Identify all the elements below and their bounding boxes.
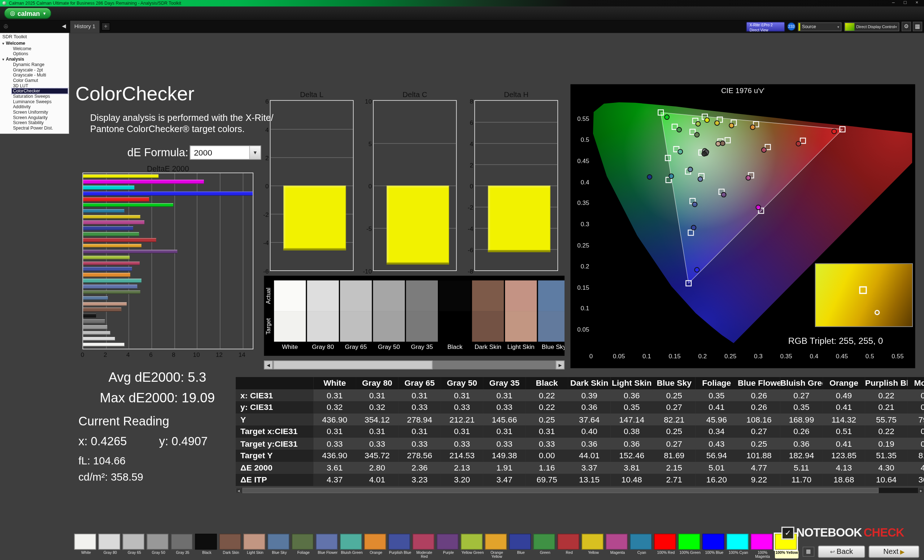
sidebar-item-screen-uniformity[interactable]: Screen Uniformity: [0, 110, 69, 115]
scroll-right-arrow[interactable]: ▶: [918, 488, 924, 493]
table-cell: 4.96: [908, 461, 924, 473]
add-tab-button[interactable]: +: [101, 22, 110, 31]
sidebar-item-options[interactable]: Options: [0, 51, 69, 57]
cie-measured-point: [677, 127, 681, 132]
patch-cyan[interactable]: Cyan: [630, 534, 654, 559]
calman-menu-button[interactable]: ◎ calman ▾: [4, 7, 51, 19]
patch-yellow[interactable]: Yellow: [582, 534, 606, 559]
table-cell: 3.61: [314, 461, 356, 473]
table-scrollbar[interactable]: ◀ ▶: [236, 488, 924, 493]
patch-orange-yellow[interactable]: Orange Yellow: [485, 534, 509, 559]
patch-100-red[interactable]: 100% Red: [654, 534, 678, 559]
x-axis-tick-label: 0.3: [751, 352, 765, 359]
meter-name: X-Rite i1Pro 2: [750, 23, 784, 28]
patch-foliage[interactable]: Foliage: [292, 534, 316, 559]
y-axis-tick-label: -10: [359, 267, 372, 274]
meter-count-badge[interactable]: 233: [787, 22, 795, 31]
patch-red[interactable]: Red: [557, 534, 582, 559]
close-button[interactable]: ×: [911, 0, 923, 6]
next-button[interactable]: Next ▶: [869, 545, 919, 558]
patch-purple[interactable]: Purple: [437, 534, 461, 559]
patch-blue-flower[interactable]: Blue Flower: [316, 534, 340, 559]
patch-white[interactable]: White: [74, 534, 99, 559]
patch-gray-50[interactable]: Gray 50: [147, 534, 171, 559]
table-cell: 81.69: [653, 449, 696, 461]
scroll-left-arrow[interactable]: ◀: [264, 361, 273, 369]
scrollbar-thumb[interactable]: [274, 361, 433, 369]
patch-purplish-blue[interactable]: Purplish Blue: [388, 534, 412, 559]
patch-orange[interactable]: Orange: [364, 534, 388, 559]
deltae-bar-gray-35: [83, 319, 105, 323]
layout-grid-button[interactable]: ▦: [913, 22, 922, 31]
sidebar-group-analysis[interactable]: ▾Analysis: [0, 57, 69, 62]
pin-icon[interactable]: ◎: [4, 23, 8, 29]
patch-gray-80[interactable]: Gray 80: [99, 534, 123, 559]
patch-label: Cyan: [630, 550, 653, 559]
patch-magenta[interactable]: Magenta: [606, 534, 630, 559]
patch-yellow-green[interactable]: Yellow Green: [461, 534, 485, 559]
patch-light-skin[interactable]: Light Skin: [243, 534, 267, 559]
tab-bar: [0, 21, 924, 33]
sidebar-item-spectral-power-dist[interactable]: Spectral Power Dist.: [0, 126, 69, 131]
sidebar-item-3d-lut[interactable]: 3D LUT: [0, 83, 69, 88]
sidebar-item-colorchecker[interactable]: ColorChecker: [12, 88, 68, 94]
delta-c-title: Delta C: [373, 91, 457, 99]
patch-100-magenta[interactable]: 100% Magenta: [751, 534, 775, 559]
sidebar-item-dynamic-range[interactable]: Dynamic Range: [0, 62, 69, 67]
scrollbar-thumb[interactable]: [242, 488, 879, 493]
sidebar-item-color-gamut[interactable]: Color Gamut: [0, 78, 69, 83]
sidebar-collapse-icon[interactable]: ◀: [62, 23, 66, 29]
table-cell: 4.37: [314, 474, 356, 486]
gridline: [152, 173, 152, 349]
de-formula-dropdown[interactable]: 2000 ▾: [190, 145, 261, 159]
sidebar-item-screen-stability[interactable]: Screen Stability: [0, 120, 69, 126]
patch-label: Blue: [509, 550, 533, 559]
sidebar-group-welcome[interactable]: ▾Welcome: [0, 41, 69, 46]
keyboard-shortcut-button[interactable]: ▦: [803, 547, 814, 557]
y-axis-tick-label: 0.05: [573, 326, 590, 333]
target-swatch: [274, 311, 306, 342]
patch-color: [195, 534, 217, 550]
scroll-right-arrow[interactable]: ▶: [556, 361, 564, 369]
patch-bluish-green[interactable]: Bluish Green: [340, 534, 364, 559]
maximize-button[interactable]: □: [899, 0, 911, 6]
patch-100-cyan[interactable]: 100% Cyan: [727, 534, 751, 559]
patch-moderate-red[interactable]: Moderate Red: [412, 534, 437, 559]
x-axis-tick-label: 0.45: [835, 352, 849, 359]
patch-green[interactable]: Green: [534, 534, 558, 559]
patch-dark-skin[interactable]: Dark Skin: [219, 534, 243, 559]
sidebar-item-luminance-sweeps[interactable]: Luminance Sweeps: [0, 99, 69, 104]
sidebar-item-screen-angularity[interactable]: Screen Angularity: [0, 115, 69, 120]
table-cell: 3.81: [610, 461, 653, 473]
tab-history-1[interactable]: History 1: [70, 21, 100, 33]
table-cell: 0.46: [908, 425, 924, 437]
meter-button[interactable]: X-Rite i1Pro 2 Direct View: [746, 22, 785, 32]
sidebar-item-saturation-sweeps[interactable]: Saturation Sweeps: [0, 94, 69, 99]
sidebar-item-grayscale-multi[interactable]: Grayscale - Multi: [0, 72, 69, 78]
scroll-left-arrow[interactable]: ◀: [236, 488, 242, 493]
source-dropdown[interactable]: Source ▾: [798, 22, 842, 31]
comparison-scrollbar[interactable]: ◀ ▶: [264, 361, 564, 369]
display-control-dropdown[interactable]: Direct Display Control ▾: [844, 22, 900, 31]
sidebar-item-welcome[interactable]: Welcome: [0, 46, 69, 51]
sidebar-item-additivity[interactable]: Additivity: [0, 104, 69, 110]
table-cell: 9.22: [738, 474, 780, 486]
y-axis-tick-label: 0.45: [573, 157, 590, 164]
patch-color: [123, 534, 144, 550]
patch-100-blue[interactable]: 100% Blue: [702, 534, 727, 559]
back-button[interactable]: ↩ Back: [818, 545, 865, 558]
patch-blue-sky[interactable]: Blue Sky: [267, 534, 292, 559]
patch-100-green[interactable]: 100% Green: [678, 534, 702, 559]
patch-gray-65[interactable]: Gray 65: [123, 534, 147, 559]
patch-blue[interactable]: Blue: [509, 534, 534, 559]
patch-label: 100% Cyan: [727, 550, 750, 559]
settings-gear-button[interactable]: ⚙: [902, 22, 911, 31]
minimize-button[interactable]: –: [888, 0, 900, 6]
patch-gray-35[interactable]: Gray 35: [171, 534, 195, 559]
actual-swatch: [274, 280, 306, 311]
sidebar-item-grayscale-2pt[interactable]: Grayscale - 2pt: [0, 67, 69, 72]
patch-label: Bluish Green: [340, 550, 363, 559]
patch-black[interactable]: Black: [195, 534, 219, 559]
table-cell: 0.41: [823, 437, 865, 449]
gridline: [243, 173, 243, 349]
